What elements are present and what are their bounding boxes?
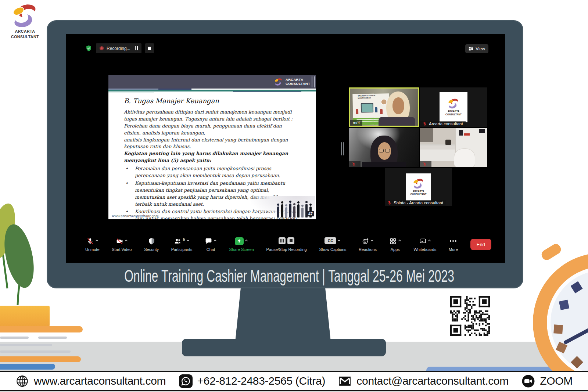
brand-line2: CONSULTANT: [6, 34, 44, 40]
poster-title: TRAINING CASHIER MANAGEMENT: [353, 93, 390, 99]
start-video-button[interactable]: Start Video: [112, 237, 132, 252]
clock-tick: [553, 324, 563, 334]
participant-tile-arcarta[interactable]: ARCARTA CONSULTANT Arcarta consultant: [420, 87, 487, 127]
participants-button[interactable]: 5 Participants: [171, 237, 192, 252]
book-pages: [0, 350, 71, 353]
participant-tile-room[interactable]: [420, 128, 487, 167]
encryption-shield-icon: [85, 45, 92, 52]
more-button[interactable]: More: [449, 237, 458, 252]
email-icon: [338, 374, 352, 388]
muted-camera-icon: [116, 237, 123, 245]
book-stack-illustration: [0, 306, 50, 327]
muted-mic-icon: [387, 201, 392, 205]
email-contact[interactable]: contact@arcartaconsultant.com: [338, 374, 509, 388]
arcarta-logo: ARCARTA CONSULTANT: [6, 3, 44, 39]
book-spine: [0, 364, 55, 370]
chat-bubble-icon: [205, 237, 212, 245]
participants-icon: [174, 237, 182, 245]
zoom-toolbar: Unmute Start Video: [85, 234, 491, 255]
zoom-topbar: Recording...: [85, 43, 154, 53]
participant-tile-mei[interactable]: TRAINING CASHIER MANAGEMENT mei: [349, 87, 419, 127]
monitor-stand-base: [182, 339, 386, 356]
end-meeting-button[interactable]: End: [470, 239, 491, 250]
plant-leaves-illustration: [0, 197, 48, 307]
whiteboard-icon: [419, 237, 427, 245]
stop-recording-icon[interactable]: [287, 237, 294, 244]
participants-count-badge: 5: [183, 237, 185, 242]
slide-bullet: Peramalan dan perencanaan yaitu mengkoor…: [124, 165, 300, 179]
gallery-view-icon: [469, 46, 473, 51]
participant-tile-video[interactable]: [349, 128, 419, 167]
closed-captions-icon: CC: [325, 237, 336, 244]
whatsapp-icon: [179, 374, 193, 388]
participant-name-label: [420, 161, 431, 167]
book-pages: [0, 344, 52, 346]
chevron-up-icon: [337, 239, 341, 242]
reactions-smiley-icon: [362, 237, 369, 245]
slide-page-number: 47: [307, 211, 314, 216]
share-screen-button[interactable]: Share Screen: [229, 237, 254, 252]
participant-tile-shinta[interactable]: ARCARTA CONSULTANT Shinta - Arcarta cons…: [385, 168, 452, 206]
chat-button[interactable]: Chat: [205, 237, 217, 252]
arcarta-swoosh-icon: [447, 98, 460, 109]
reactions-button[interactable]: Reactions: [359, 237, 377, 252]
chevron-up-icon: [245, 239, 248, 242]
chevron-up-icon: [95, 239, 98, 242]
muted-mic-icon: [352, 162, 356, 166]
share-screen-icon: [235, 237, 244, 245]
participant-name-label: mei: [350, 120, 362, 126]
recording-dot-icon: [100, 46, 104, 50]
people-holding-hands-image: [246, 196, 315, 219]
chevron-up-icon: [214, 239, 217, 242]
pause-recording-icon[interactable]: [279, 237, 286, 244]
slide-logo-icon: [274, 78, 283, 86]
contact-bar: www.arcartaconsultant.com +62-812-2483-2…: [0, 371, 588, 391]
recording-label: Recording...: [107, 46, 130, 51]
slide-logo-line2: CONSULTANT: [286, 82, 310, 86]
chevron-up-icon: [428, 239, 431, 242]
whiteboards-button[interactable]: Whiteboards: [413, 237, 436, 252]
gallery-scroll-handle[interactable]: [341, 142, 342, 155]
book-spine: [0, 356, 81, 362]
view-label: View: [476, 46, 485, 51]
apps-button[interactable]: Apps: [389, 237, 401, 252]
book-spine: [0, 326, 83, 332]
training-caption: Online Training Cashier Management | Tan…: [47, 264, 523, 288]
unmute-button[interactable]: Unmute: [85, 237, 100, 252]
whatsapp-contact[interactable]: +62-812-2483-2565 (Citra): [179, 374, 326, 388]
pause-recording-button[interactable]: [135, 46, 138, 50]
zoom-camera-icon: [521, 374, 535, 388]
muted-mic-icon: [423, 122, 427, 126]
globe-icon: [15, 374, 29, 388]
chevron-up-icon: [370, 239, 374, 242]
shared-presentation-slide: ARCARTA CONSULTANT B. Tugas Manajer Keua…: [108, 75, 316, 219]
apps-icon: [389, 237, 397, 245]
promo-flyer-canvas: ARCARTA CONSULTANT Recording...: [0, 0, 588, 392]
zoom-meeting-window: Recording... View: [66, 34, 505, 263]
gallery-scroll-handle[interactable]: [343, 142, 344, 155]
clock-tick: [559, 300, 569, 310]
stop-recording-button[interactable]: [145, 43, 154, 53]
qr-code: [450, 296, 490, 336]
view-button[interactable]: View: [465, 44, 488, 53]
arcarta-logo-card: ARCARTA CONSULTANT: [406, 173, 431, 201]
security-button[interactable]: Security: [144, 237, 159, 252]
arcarta-logo-card: ARCARTA CONSULTANT: [440, 92, 467, 122]
clock-bell: [540, 242, 563, 262]
monitor-stand-neck: [235, 286, 331, 342]
arcarta-swoosh-icon: [412, 178, 425, 189]
book-pages: [0, 337, 29, 339]
participant-gallery: TRAINING CASHIER MANAGEMENT mei: [349, 87, 487, 206]
pause-stop-recording-button[interactable]: Pause/Stop Recording: [266, 237, 307, 252]
participant-name-label: Arcarta consultant: [420, 121, 466, 127]
chevron-up-icon: [186, 239, 190, 242]
chevron-up-icon: [398, 239, 401, 242]
zoom-platform[interactable]: ZOOM: [521, 374, 573, 388]
participant-name-label: [349, 161, 361, 167]
arcarta-swoosh-icon: [11, 3, 39, 29]
website-link[interactable]: www.arcartaconsultant.com: [15, 374, 166, 388]
show-captions-button[interactable]: CC Show Captions: [319, 237, 346, 252]
book-pages: [38, 337, 67, 339]
slide-title: B. Tugas Manajer Keuangan: [124, 96, 300, 106]
chevron-up-icon: [125, 239, 128, 242]
